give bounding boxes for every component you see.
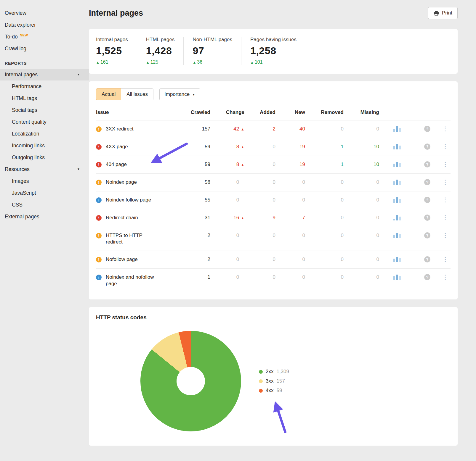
legend-item-2xx: 2xx1,309 (259, 367, 289, 376)
added-value: 0 (244, 274, 275, 281)
mini-bar (396, 197, 398, 203)
issue-link[interactable]: Noindex follow page (106, 197, 151, 203)
mini-bar (393, 164, 395, 167)
sidebar-item-performance[interactable]: Performance (0, 80, 89, 92)
help-icon[interactable]: ? (424, 179, 430, 185)
new-value: 0 (275, 256, 305, 263)
mini-bar (396, 144, 398, 149)
issue-cell: iNoindex and nofollow page (96, 274, 182, 287)
kebab-menu-icon[interactable]: ⋮ (440, 232, 451, 238)
tab-actual[interactable]: Actual (96, 88, 121, 100)
sidebar-item-localization[interactable]: Localization (0, 128, 89, 140)
help-icon[interactable]: ? (424, 161, 430, 167)
mini-bar (393, 129, 395, 132)
missing-value: 0 (344, 215, 379, 221)
sidebar-item-resources[interactable]: Resources▼ (0, 163, 89, 175)
notice-icon: i (96, 197, 102, 203)
kebab-menu-icon[interactable]: ⋮ (440, 161, 451, 167)
kebab-menu-icon[interactable]: ⋮ (440, 144, 451, 149)
issue-link[interactable]: HTTPS to HTTP redirect (106, 232, 159, 245)
stat-delta: ▲101 (250, 59, 297, 65)
issue-link[interactable]: 404 page (106, 161, 127, 168)
up-triangle-icon: ▲ (241, 163, 244, 167)
kebab-menu-icon[interactable]: ⋮ (440, 179, 451, 185)
sidebar-item-css[interactable]: CSS (0, 199, 89, 211)
kebab-menu-icon[interactable]: ⋮ (440, 126, 451, 132)
crawled-value: 2 (182, 256, 210, 263)
table-row-3xx-redirect: !3XX redirect15742▲24000?⋮ (96, 120, 451, 138)
sidebar-item-html-tags[interactable]: HTML tags (0, 92, 89, 104)
issue-link[interactable]: Noindex page (106, 179, 137, 186)
sidebar-item-content-quality[interactable]: Content quality (0, 116, 89, 128)
column-header-change: Change (210, 109, 244, 116)
mini-bar (393, 199, 395, 203)
sidebar-item-crawl-log[interactable]: Crawl log (0, 43, 89, 54)
help-icon[interactable]: ? (424, 274, 430, 280)
issues-table-header: IssueCrawledChangeAddedNewRemovedMissing (96, 109, 451, 120)
kebab-menu-icon[interactable]: ⋮ (440, 215, 451, 220)
print-label: Print (442, 10, 452, 16)
sidebar-item-overview[interactable]: Overview (0, 7, 89, 19)
issues-table-body: !3XX redirect15742▲24000?⋮!4XX page598▲0… (96, 120, 451, 292)
mini-bar (399, 258, 401, 262)
mini-bar (393, 146, 395, 149)
issue-link[interactable]: Nofollow page (106, 256, 138, 263)
help-icon[interactable]: ? (424, 256, 430, 262)
mini-bar (396, 233, 398, 238)
sidebar-item-label: Incoming links (12, 142, 45, 149)
sidebar-item-label: Localization (12, 130, 39, 137)
issue-link[interactable]: 4XX page (106, 144, 128, 150)
sidebar-item-images[interactable]: Images (0, 175, 89, 187)
up-triangle-icon: ▲ (241, 127, 244, 131)
sidebar-item-outgoing-links[interactable]: Outgoing links (0, 151, 89, 163)
issue-link[interactable]: 3XX redirect (106, 126, 134, 132)
issue-cell: !HTTPS to HTTP redirect (96, 232, 182, 245)
sidebar-item-label: To-do (5, 33, 18, 40)
kebab-menu-icon[interactable]: ⋮ (440, 274, 451, 280)
sidebar-item-external-pages[interactable]: External pages (0, 211, 89, 223)
column-header-added: Added (244, 109, 275, 116)
sidebar-item-label: Social tags (12, 107, 37, 113)
warning-icon: ! (96, 180, 102, 185)
sidebar-item-data-explorer[interactable]: Data explorer (0, 19, 89, 31)
mini-bar-chart (379, 144, 415, 149)
help-icon[interactable]: ? (424, 144, 430, 150)
legend-item-3xx: 3xx157 (259, 376, 289, 386)
kebab-menu-icon[interactable]: ⋮ (440, 256, 451, 262)
sidebar-item-social-tags[interactable]: Social tags (0, 104, 89, 116)
sidebar-item-to-do[interactable]: To-doNEW (0, 31, 89, 43)
help-cell: ? (415, 126, 440, 132)
issue-cell: !Redirect chain (96, 215, 182, 221)
sidebar-item-javascript[interactable]: JavaScript (0, 187, 89, 199)
donut-wrap: 2xx1,3093xx1574xx59 (96, 331, 451, 431)
mini-bar-chart (379, 256, 415, 262)
error-icon: ! (96, 215, 102, 221)
mini-bar-chart (379, 215, 415, 220)
print-button[interactable]: Print (428, 7, 458, 19)
kebab-menu-icon[interactable]: ⋮ (440, 197, 451, 203)
stats-card: Internal pages1,525▲161HTML pages1,428▲1… (89, 29, 458, 74)
change-value: 8▲ (210, 144, 244, 150)
issue-link[interactable]: Redirect chain (106, 215, 138, 221)
help-icon[interactable]: ? (424, 232, 430, 238)
help-icon[interactable]: ? (424, 126, 430, 132)
mini-bar (396, 257, 398, 262)
tab-all-issues[interactable]: All issues (121, 88, 153, 100)
importance-dropdown[interactable]: Importance ▼ (159, 88, 200, 100)
change-value: 8▲ (210, 161, 244, 168)
sidebar-item-incoming-links[interactable]: Incoming links (0, 140, 89, 151)
help-icon[interactable]: ? (424, 197, 430, 203)
new-value: 0 (275, 179, 305, 186)
sidebar-item-internal-pages[interactable]: Internal pages▼ (0, 69, 89, 80)
help-cell: ? (415, 274, 440, 280)
donut-chart (140, 331, 241, 431)
help-icon[interactable]: ? (424, 215, 430, 221)
mini-bar (399, 146, 401, 149)
page-title: Internal pages (89, 9, 143, 18)
crawled-value: 31 (182, 215, 210, 221)
new-value: 0 (275, 232, 305, 239)
help-cell: ? (415, 215, 440, 221)
legend-label: 3xx (266, 378, 273, 384)
sidebar-item-label: Content quality (12, 119, 47, 125)
issue-link[interactable]: Noindex and nofollow page (106, 274, 159, 287)
